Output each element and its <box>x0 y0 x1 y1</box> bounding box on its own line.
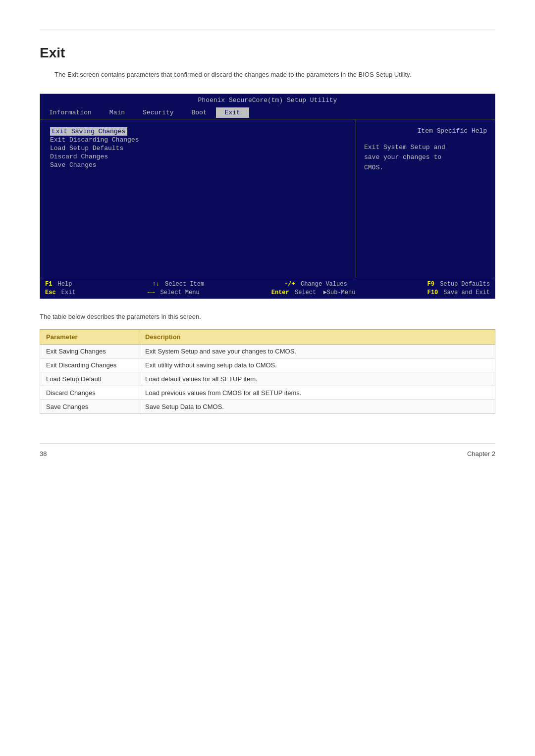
table-row: Load Setup Default Load default values f… <box>40 372 495 386</box>
key-f1: F1 <box>45 281 52 288</box>
table-row: Save Changes Save Setup Data to CMOS. <box>40 400 495 413</box>
table-cell-param-1: Exit Saving Changes <box>40 344 139 358</box>
bios-menu-exit-discarding[interactable]: Exit Discarding Changes <box>50 136 346 144</box>
table-cell-desc-3: Load default values for all SETUP item. <box>139 372 495 386</box>
bios-right-panel: Item Specific Help Exit System Setup and… <box>356 119 495 278</box>
key-plusminus: -/+ <box>284 281 295 288</box>
bios-footer-row1: F1 Help ↑↓ Select Item -/+ Change Values… <box>45 281 490 288</box>
key-f1-label: Help <box>54 281 72 288</box>
bios-footer-enter: Enter Select ►Sub-Menu <box>271 289 356 296</box>
chapter-label: Chapter 2 <box>467 450 495 457</box>
key-arrows-label: Select Item <box>161 281 204 288</box>
bios-footer-arrows: ↑↓ Select Item <box>152 281 204 288</box>
bios-help-text: Exit System Setup and save your changes … <box>364 143 487 173</box>
table-row: Exit Discarding Changes Exit utility wit… <box>40 358 495 372</box>
table-cell-param-5: Save Changes <box>40 400 139 413</box>
bios-body: Exit Saving Changes Exit Discarding Chan… <box>40 119 495 278</box>
table-header-desc: Description <box>139 329 495 344</box>
bios-footer-plusminus: -/+ Change Values <box>284 281 347 288</box>
bios-footer-esc: Esc Exit <box>45 289 76 296</box>
key-esc-label: Exit <box>58 289 76 296</box>
table-cell-desc-4: Load previous values from CMOS for all S… <box>139 386 495 400</box>
bios-screen: Phoenix SecureCore(tm) Setup Utility Inf… <box>40 94 495 299</box>
bios-nav-exit[interactable]: Exit <box>216 107 249 118</box>
page-number: 38 <box>40 450 47 457</box>
key-f10-label: Save and Exit <box>440 289 490 296</box>
bios-menu-exit-saving[interactable]: Exit Saving Changes <box>50 127 127 136</box>
key-f9-label: Setup Defaults <box>436 281 490 288</box>
table-cell-desc-1: Exit System Setup and save your changes … <box>139 344 495 358</box>
bios-footer-f9: F9 Setup Defaults <box>428 281 490 288</box>
bios-footer-row2: Esc Exit ←→ Select Menu Enter Select ►Su… <box>45 289 490 296</box>
key-esc: Esc <box>45 289 56 296</box>
bios-title-bar: Phoenix SecureCore(tm) Setup Utility <box>40 94 495 106</box>
param-table: Parameter Description Exit Saving Change… <box>40 329 495 414</box>
bios-menu-load-defaults[interactable]: Load Setup Defaults <box>50 144 346 152</box>
page-title: Exit <box>40 45 495 61</box>
bios-footer: F1 Help ↑↓ Select Item -/+ Change Values… <box>40 278 495 299</box>
table-cell-param-2: Exit Discarding Changes <box>40 358 139 372</box>
bios-nav-bar: Information Main Security Boot Exit <box>40 106 495 119</box>
bios-nav-main[interactable]: Main <box>101 107 134 118</box>
key-enter: Enter <box>271 289 289 296</box>
table-cell-param-4: Discard Changes <box>40 386 139 400</box>
bios-help-title: Item Specific Help <box>364 127 487 135</box>
table-row: Discard Changes Load previous values fro… <box>40 386 495 400</box>
page-footer: 38 Chapter 2 <box>40 444 495 457</box>
table-header-param: Parameter <box>40 329 139 344</box>
table-cell-desc-5: Save Setup Data to CMOS. <box>139 400 495 413</box>
bios-nav-boot[interactable]: Boot <box>182 107 215 118</box>
key-plusminus-label: Change Values <box>297 281 347 288</box>
key-lr-label: Select Menu <box>157 289 199 296</box>
bios-left-panel: Exit Saving Changes Exit Discarding Chan… <box>40 119 356 278</box>
key-f9: F9 <box>428 281 434 288</box>
table-row: Exit Saving Changes Exit System Setup an… <box>40 344 495 358</box>
top-rule <box>40 30 495 30</box>
intro-text: The Exit screen contains parameters that… <box>54 70 495 80</box>
bios-footer-f10: F10 Save and Exit <box>428 289 490 296</box>
bios-nav-security[interactable]: Security <box>134 107 182 118</box>
bios-menu-discard-changes[interactable]: Discard Changes <box>50 152 346 161</box>
bios-nav-information[interactable]: Information <box>40 107 101 118</box>
key-enter-label: Select ►Sub-Menu <box>291 289 356 296</box>
key-f10: F10 <box>428 289 438 296</box>
page-container: Exit The Exit screen contains parameters… <box>0 0 535 487</box>
table-cell-desc-2: Exit utility without saving setup data t… <box>139 358 495 372</box>
key-arrows: ↑↓ <box>152 281 159 288</box>
bios-title: Phoenix SecureCore(tm) Setup Utility <box>198 97 337 104</box>
bios-footer-lr-arrows: ←→ Select Menu <box>148 289 200 296</box>
key-lr-arrows: ←→ <box>148 289 155 296</box>
bios-footer-f1: F1 Help <box>45 281 72 288</box>
desc-text: The table below describes the parameters… <box>40 313 495 320</box>
table-cell-param-3: Load Setup Default <box>40 372 139 386</box>
bios-menu-save-changes[interactable]: Save Changes <box>50 161 346 169</box>
